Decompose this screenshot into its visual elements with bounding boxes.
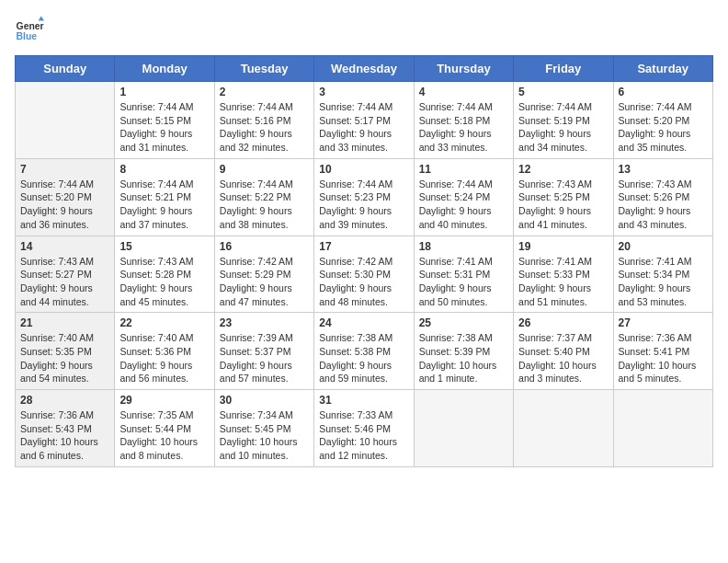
day-number: 10 — [319, 163, 408, 176]
day-number: 20 — [619, 240, 708, 253]
day-info: Sunrise: 7:40 AMSunset: 5:35 PMDaylight:… — [20, 331, 109, 385]
day-info: Sunrise: 7:42 AMSunset: 5:29 PMDaylight:… — [220, 255, 309, 309]
page-header: General Blue — [15, 15, 713, 44]
day-info: Sunrise: 7:44 AMSunset: 5:20 PMDaylight:… — [20, 178, 109, 232]
day-info: Sunrise: 7:44 AMSunset: 5:16 PMDaylight:… — [220, 100, 309, 155]
day-number: 8 — [119, 163, 209, 176]
day-cell: 2Sunrise: 7:44 AMSunset: 5:16 PMDaylight… — [214, 82, 313, 159]
day-number: 27 — [619, 316, 708, 329]
week-row-4: 21Sunrise: 7:40 AMSunset: 5:35 PMDayligh… — [16, 313, 713, 390]
day-info: Sunrise: 7:43 AMSunset: 5:28 PMDaylight:… — [119, 255, 209, 309]
day-number: 26 — [518, 316, 608, 329]
weekday-thursday: Thursday — [414, 56, 513, 82]
day-cell: 23Sunrise: 7:39 AMSunset: 5:37 PMDayligh… — [214, 313, 313, 390]
day-cell: 22Sunrise: 7:40 AMSunset: 5:36 PMDayligh… — [115, 313, 214, 390]
day-cell: 18Sunrise: 7:41 AMSunset: 5:31 PMDayligh… — [414, 236, 513, 313]
day-number: 31 — [319, 394, 408, 407]
day-cell: 5Sunrise: 7:44 AMSunset: 5:19 PMDaylight… — [514, 82, 613, 159]
day-cell: 12Sunrise: 7:43 AMSunset: 5:25 PMDayligh… — [514, 158, 613, 236]
day-cell: 26Sunrise: 7:37 AMSunset: 5:40 PMDayligh… — [514, 313, 613, 390]
day-cell: 13Sunrise: 7:43 AMSunset: 5:26 PMDayligh… — [613, 158, 712, 236]
day-number: 1 — [119, 86, 209, 98]
week-row-3: 14Sunrise: 7:43 AMSunset: 5:27 PMDayligh… — [16, 236, 713, 313]
day-number: 25 — [419, 316, 508, 329]
day-info: Sunrise: 7:44 AMSunset: 5:18 PMDaylight:… — [419, 100, 508, 155]
day-info: Sunrise: 7:44 AMSunset: 5:15 PMDaylight:… — [119, 100, 209, 155]
day-cell: 19Sunrise: 7:41 AMSunset: 5:33 PMDayligh… — [514, 236, 613, 313]
day-info: Sunrise: 7:44 AMSunset: 5:23 PMDaylight:… — [319, 178, 408, 232]
day-number: 14 — [20, 240, 109, 253]
day-cell: 4Sunrise: 7:44 AMSunset: 5:18 PMDaylight… — [414, 82, 513, 159]
day-number: 19 — [518, 240, 608, 253]
day-info: Sunrise: 7:37 AMSunset: 5:40 PMDaylight:… — [518, 331, 608, 385]
day-info: Sunrise: 7:41 AMSunset: 5:33 PMDaylight:… — [518, 255, 608, 309]
day-cell — [514, 390, 613, 467]
day-number: 15 — [119, 240, 209, 253]
weekday-friday: Friday — [514, 56, 613, 82]
day-cell: 15Sunrise: 7:43 AMSunset: 5:28 PMDayligh… — [115, 236, 214, 313]
day-info: Sunrise: 7:43 AMSunset: 5:27 PMDaylight:… — [20, 255, 109, 309]
day-number: 23 — [220, 316, 309, 329]
day-info: Sunrise: 7:38 AMSunset: 5:38 PMDaylight:… — [319, 331, 408, 385]
day-info: Sunrise: 7:33 AMSunset: 5:46 PMDaylight:… — [319, 408, 408, 463]
day-number: 6 — [619, 86, 708, 98]
day-number: 4 — [419, 86, 508, 98]
weekday-header-row: SundayMondayTuesdayWednesdayThursdayFrid… — [16, 56, 713, 82]
week-row-2: 7Sunrise: 7:44 AMSunset: 5:20 PMDaylight… — [16, 158, 713, 236]
day-info: Sunrise: 7:39 AMSunset: 5:37 PMDaylight:… — [220, 331, 309, 385]
day-info: Sunrise: 7:40 AMSunset: 5:36 PMDaylight:… — [119, 331, 209, 385]
day-number: 24 — [319, 316, 408, 329]
day-cell: 7Sunrise: 7:44 AMSunset: 5:20 PMDaylight… — [16, 158, 115, 236]
day-number: 13 — [619, 163, 708, 176]
day-cell — [414, 390, 513, 467]
day-number: 30 — [220, 394, 309, 407]
day-info: Sunrise: 7:35 AMSunset: 5:44 PMDaylight:… — [119, 408, 209, 463]
day-cell — [16, 82, 115, 159]
weekday-sunday: Sunday — [16, 56, 115, 82]
day-info: Sunrise: 7:41 AMSunset: 5:34 PMDaylight:… — [619, 255, 708, 309]
calendar-table: SundayMondayTuesdayWednesdayThursdayFrid… — [15, 55, 713, 467]
day-info: Sunrise: 7:44 AMSunset: 5:20 PMDaylight:… — [619, 100, 708, 155]
day-cell: 6Sunrise: 7:44 AMSunset: 5:20 PMDaylight… — [613, 82, 712, 159]
day-cell: 1Sunrise: 7:44 AMSunset: 5:15 PMDaylight… — [115, 82, 214, 159]
day-cell: 21Sunrise: 7:40 AMSunset: 5:35 PMDayligh… — [16, 313, 115, 390]
day-number: 2 — [220, 86, 309, 98]
day-number: 12 — [518, 163, 608, 176]
logo-icon: General Blue — [15, 15, 44, 44]
day-info: Sunrise: 7:36 AMSunset: 5:41 PMDaylight:… — [619, 331, 708, 385]
day-cell: 31Sunrise: 7:33 AMSunset: 5:46 PMDayligh… — [314, 390, 414, 467]
week-row-5: 28Sunrise: 7:36 AMSunset: 5:43 PMDayligh… — [16, 390, 713, 467]
day-cell: 10Sunrise: 7:44 AMSunset: 5:23 PMDayligh… — [314, 158, 414, 236]
svg-marker-2 — [39, 17, 44, 21]
day-cell: 20Sunrise: 7:41 AMSunset: 5:34 PMDayligh… — [613, 236, 712, 313]
day-cell: 16Sunrise: 7:42 AMSunset: 5:29 PMDayligh… — [214, 236, 313, 313]
svg-text:General: General — [17, 21, 44, 31]
day-info: Sunrise: 7:42 AMSunset: 5:30 PMDaylight:… — [319, 255, 408, 309]
day-cell: 28Sunrise: 7:36 AMSunset: 5:43 PMDayligh… — [16, 390, 115, 467]
day-info: Sunrise: 7:44 AMSunset: 5:21 PMDaylight:… — [119, 178, 209, 232]
day-number: 7 — [20, 163, 109, 176]
day-cell: 3Sunrise: 7:44 AMSunset: 5:17 PMDaylight… — [314, 82, 414, 159]
day-info: Sunrise: 7:43 AMSunset: 5:26 PMDaylight:… — [619, 178, 708, 232]
day-number: 18 — [419, 240, 508, 253]
weekday-saturday: Saturday — [613, 56, 712, 82]
day-cell: 24Sunrise: 7:38 AMSunset: 5:38 PMDayligh… — [314, 313, 414, 390]
day-number: 29 — [119, 394, 209, 407]
day-number: 28 — [20, 394, 109, 407]
logo: General Blue — [15, 15, 44, 44]
day-cell: 29Sunrise: 7:35 AMSunset: 5:44 PMDayligh… — [115, 390, 214, 467]
day-info: Sunrise: 7:41 AMSunset: 5:31 PMDaylight:… — [419, 255, 508, 309]
day-number: 22 — [119, 316, 209, 329]
day-info: Sunrise: 7:44 AMSunset: 5:17 PMDaylight:… — [319, 100, 408, 155]
day-cell: 14Sunrise: 7:43 AMSunset: 5:27 PMDayligh… — [16, 236, 115, 313]
day-number: 21 — [20, 316, 109, 329]
day-info: Sunrise: 7:36 AMSunset: 5:43 PMDaylight:… — [20, 408, 109, 463]
weekday-tuesday: Tuesday — [214, 56, 313, 82]
day-info: Sunrise: 7:38 AMSunset: 5:39 PMDaylight:… — [419, 331, 508, 385]
day-cell — [613, 390, 712, 467]
week-row-1: 1Sunrise: 7:44 AMSunset: 5:15 PMDaylight… — [16, 82, 713, 159]
day-info: Sunrise: 7:34 AMSunset: 5:45 PMDaylight:… — [220, 408, 309, 463]
day-cell: 25Sunrise: 7:38 AMSunset: 5:39 PMDayligh… — [414, 313, 513, 390]
day-number: 5 — [518, 86, 608, 98]
day-number: 3 — [319, 86, 408, 98]
